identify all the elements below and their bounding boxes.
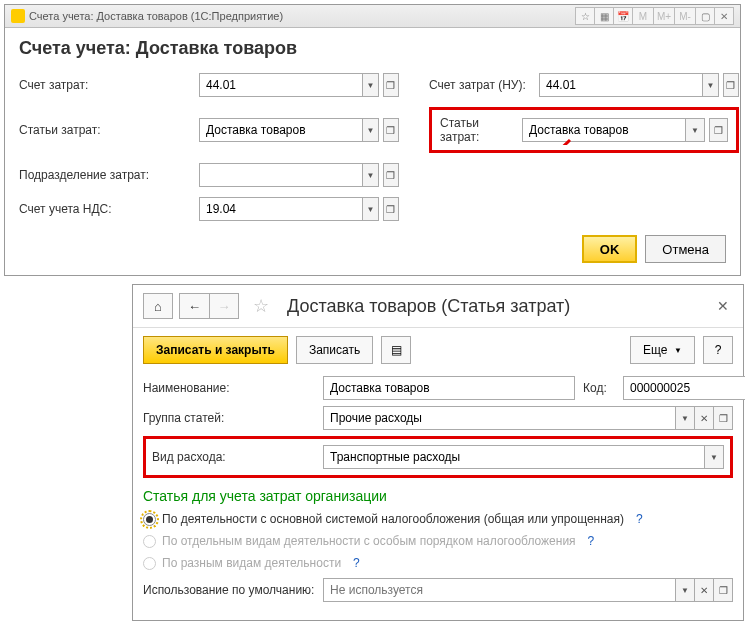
mem-m-button[interactable]: M [632, 7, 654, 25]
label-usage: Использование по умолчанию: [143, 583, 323, 597]
radio-special-tax[interactable]: По отдельным видам деятельности с особым… [143, 534, 733, 548]
open-button[interactable]: ❐ [714, 578, 733, 602]
titlebar: Счета учета: Доставка товаров (1С:Предпр… [5, 5, 740, 28]
more-button[interactable]: Еще ▼ [630, 336, 695, 364]
clear-button[interactable]: ✕ [695, 578, 714, 602]
help-icon[interactable]: ? [353, 556, 360, 570]
page-heading: Счета учета: Доставка товаров [19, 38, 726, 59]
help-button[interactable]: ? [703, 336, 733, 364]
dropdown-button[interactable]: ▼ [363, 163, 379, 187]
input-stati-zatrat-2[interactable] [522, 118, 686, 142]
input-usage[interactable] [323, 578, 676, 602]
report-icon[interactable]: ▤ [381, 336, 411, 364]
save-close-button[interactable]: Записать и закрыть [143, 336, 288, 364]
open-button[interactable]: ❐ [383, 197, 399, 221]
calc-icon[interactable]: ▦ [594, 7, 614, 25]
open-button[interactable]: ❐ [383, 73, 399, 97]
label-vid: Вид расхода: [152, 450, 323, 464]
maximize-button[interactable]: ▢ [695, 7, 715, 25]
nav-toolbar: ⌂ ← → ☆ Доставка товаров (Статья затрат)… [133, 285, 743, 328]
input-schet-zatrat-nu[interactable] [539, 73, 703, 97]
dropdown-button[interactable]: ▼ [703, 73, 719, 97]
label-schet-zatrat: Счет затрат: [19, 78, 199, 92]
highlight-target: Вид расхода: ▼ [143, 436, 733, 478]
label-stati-zatrat-2: Статьи затрат: [440, 116, 514, 144]
field-schet-zatrat-nu: ▼ ❐ [539, 73, 739, 97]
forward-button[interactable]: → [209, 293, 239, 319]
radio-label: По отдельным видам деятельности с особым… [162, 534, 576, 548]
field-podrazdelenie: ▼ ❐ [199, 163, 399, 187]
window-title: Счета учета: Доставка товаров (1С:Предпр… [29, 10, 576, 22]
field-stati-zatrat: ▼ ❐ [199, 118, 399, 142]
help-icon[interactable]: ? [588, 534, 595, 548]
form-grid: Счет затрат: ▼ ❐ Счет затрат (НУ): ▼ ❐ С… [19, 73, 726, 221]
label-schet-nds: Счет учета НДС: [19, 202, 199, 216]
dropdown-button[interactable]: ▼ [705, 445, 724, 469]
titlebar-buttons: ☆ ▦ 📅 M M+ M- ▢ ✕ [576, 7, 734, 25]
input-stati-zatrat[interactable] [199, 118, 363, 142]
window-body: Счета учета: Доставка товаров Счет затра… [5, 28, 740, 275]
input-name[interactable] [323, 376, 575, 400]
home-button[interactable]: ⌂ [143, 293, 173, 319]
input-vid[interactable] [323, 445, 705, 469]
field-schet-zatrat: ▼ ❐ [199, 73, 399, 97]
radio-label: По деятельности с основной системой нало… [162, 512, 624, 526]
dropdown-button[interactable]: ▼ [686, 118, 705, 142]
ok-button[interactable]: OK [582, 235, 638, 263]
action-toolbar: Записать и закрыть Записать ▤ Еще ▼ ? [133, 328, 743, 372]
highlight-source: Статьи затрат: ▼ ❐ [429, 107, 739, 153]
open-button[interactable]: ❐ [723, 73, 739, 97]
radio-main-tax[interactable]: По деятельности с основной системой нало… [143, 512, 733, 526]
back-button[interactable]: ← [179, 293, 209, 319]
dropdown-button[interactable]: ▼ [676, 578, 695, 602]
article-window: ⌂ ← → ☆ Доставка товаров (Статья затрат)… [132, 284, 744, 621]
input-schet-nds[interactable] [199, 197, 363, 221]
dropdown-button[interactable]: ▼ [363, 197, 379, 221]
open-button[interactable]: ❐ [383, 118, 399, 142]
fav-icon[interactable]: ☆ [575, 7, 595, 25]
star-icon[interactable]: ☆ [249, 294, 273, 318]
dropdown-button[interactable]: ▼ [676, 406, 695, 430]
input-group[interactable] [323, 406, 676, 430]
open-button[interactable]: ❐ [709, 118, 728, 142]
save-button[interactable]: Записать [296, 336, 373, 364]
radio-various[interactable]: По разным видам деятельности ? [143, 556, 733, 570]
article-form: Наименование: Код: Группа статей: ▼ ✕ ❐ … [133, 372, 743, 620]
app-icon [11, 9, 25, 23]
cancel-button[interactable]: Отмена [645, 235, 726, 263]
input-schet-zatrat[interactable] [199, 73, 363, 97]
label-schet-zatrat-nu: Счет затрат (НУ): [429, 78, 539, 92]
open-button[interactable]: ❐ [383, 163, 399, 187]
dropdown-button[interactable]: ▼ [363, 73, 379, 97]
footer-buttons: OK Отмена [19, 235, 726, 263]
radio-label: По разным видам деятельности [162, 556, 341, 570]
radio-icon [143, 513, 156, 526]
label-podrazdelenie: Подразделение затрат: [19, 168, 199, 182]
label-group: Группа статей: [143, 411, 323, 425]
input-code[interactable] [623, 376, 745, 400]
radio-icon [143, 557, 156, 570]
radio-icon [143, 535, 156, 548]
field-schet-nds: ▼ ❐ [199, 197, 399, 221]
close-icon[interactable]: ✕ [713, 294, 733, 318]
help-icon[interactable]: ? [636, 512, 643, 526]
open-button[interactable]: ❐ [714, 406, 733, 430]
close-button[interactable]: ✕ [714, 7, 734, 25]
article-title: Доставка товаров (Статья затрат) [287, 296, 707, 317]
section-title: Статья для учета затрат организации [143, 488, 733, 504]
label-stati-zatrat: Статьи затрат: [19, 123, 199, 137]
mem-mplus-button[interactable]: M+ [653, 7, 675, 25]
clear-button[interactable]: ✕ [695, 406, 714, 430]
calendar-icon[interactable]: 📅 [613, 7, 633, 25]
label-code: Код: [583, 381, 623, 395]
input-podrazdelenie[interactable] [199, 163, 363, 187]
mem-mminus-button[interactable]: M- [674, 7, 696, 25]
accounts-window: Счета учета: Доставка товаров (1С:Предпр… [4, 4, 741, 276]
dropdown-button[interactable]: ▼ [363, 118, 379, 142]
label-name: Наименование: [143, 381, 323, 395]
